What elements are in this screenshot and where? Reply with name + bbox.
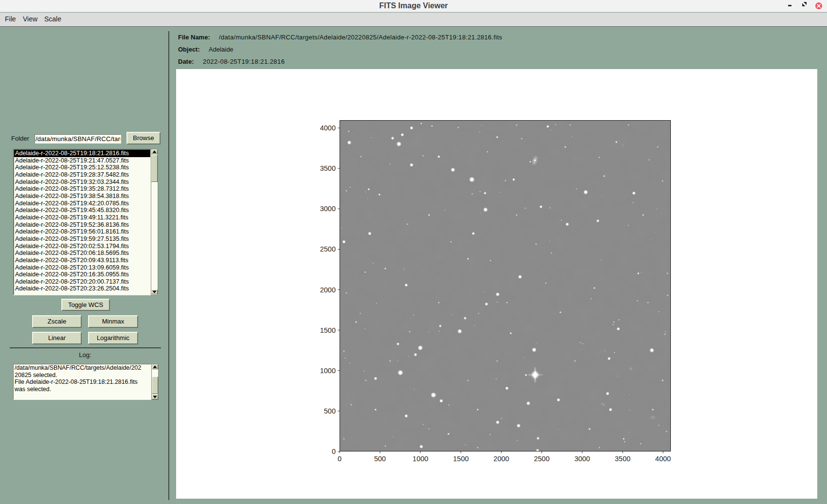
svg-text:3500: 3500 <box>320 164 336 172</box>
svg-text:1000: 1000 <box>413 455 428 463</box>
svg-text:3000: 3000 <box>320 205 336 213</box>
svg-text:4000: 4000 <box>655 455 671 463</box>
svg-text:1500: 1500 <box>453 455 468 463</box>
svg-text:2500: 2500 <box>534 455 549 463</box>
svg-text:0: 0 <box>338 455 342 463</box>
svg-text:0: 0 <box>332 448 336 455</box>
svg-text:2000: 2000 <box>320 286 336 294</box>
svg-text:2000: 2000 <box>493 455 509 463</box>
svg-text:500: 500 <box>374 455 386 463</box>
svg-text:500: 500 <box>324 407 336 415</box>
svg-text:4000: 4000 <box>320 124 336 132</box>
svg-text:3000: 3000 <box>575 455 590 463</box>
svg-text:3500: 3500 <box>615 455 630 463</box>
svg-text:2500: 2500 <box>320 245 336 253</box>
svg-text:1000: 1000 <box>320 367 336 375</box>
svg-text:1500: 1500 <box>320 326 336 334</box>
